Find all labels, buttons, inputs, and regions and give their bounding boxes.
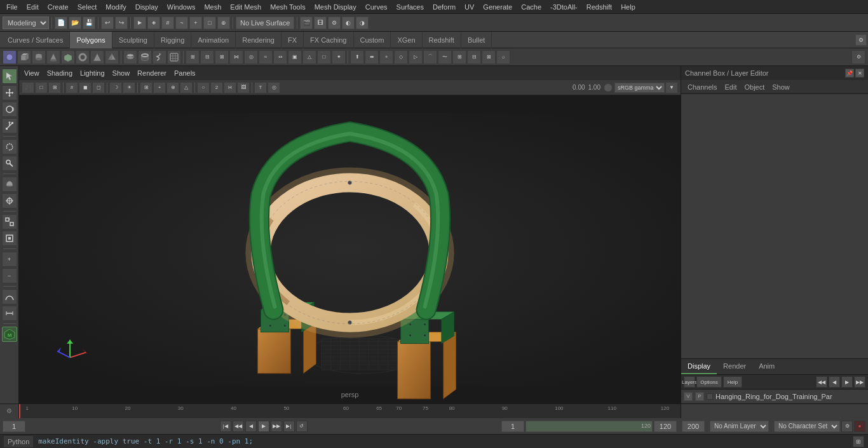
- cube-icon-btn[interactable]: [17, 50, 31, 64]
- color-space-select[interactable]: sRGB gamma: [614, 83, 665, 93]
- quad-icon-btn[interactable]: □: [317, 50, 331, 64]
- playhead[interactable]: [19, 404, 20, 418]
- lighting-none-btn[interactable]: ☽: [109, 82, 122, 93]
- hud-btn[interactable]: H: [224, 82, 236, 93]
- layer-misc-btn[interactable]: ▶▶: [854, 376, 865, 388]
- prism-icon-btn[interactable]: [90, 50, 104, 64]
- end-frame-input[interactable]: [654, 421, 677, 432]
- maya-logo-button[interactable]: M: [2, 327, 17, 342]
- current-frame-input[interactable]: [3, 421, 25, 432]
- menu-3dtoa[interactable]: -3DtoAll-: [546, 2, 581, 12]
- helix-icon-btn[interactable]: [153, 50, 166, 64]
- menu-select[interactable]: Select: [74, 2, 101, 12]
- wireframe-btn[interactable]: #: [65, 82, 78, 93]
- tab-sculpting[interactable]: Sculpting: [112, 32, 154, 48]
- snap-to-grid-button[interactable]: #: [161, 17, 174, 29]
- layer-tab-render[interactable]: Render: [717, 359, 752, 374]
- show-manip-button[interactable]: [2, 193, 17, 208]
- magnet-button[interactable]: ⊕: [217, 17, 230, 29]
- tab-xgen[interactable]: XGen: [391, 32, 422, 48]
- hypershade-button[interactable]: ◑: [356, 17, 369, 29]
- show-grid-btn[interactable]: ⊞: [140, 82, 153, 93]
- cb-menu-channels[interactable]: Channels: [685, 83, 719, 91]
- lighting-all-btn[interactable]: ☀: [123, 82, 135, 93]
- python-button[interactable]: Python: [4, 436, 33, 447]
- film-gate-btn[interactable]: □: [35, 82, 48, 93]
- snap-together-button[interactable]: [2, 214, 17, 229]
- cone-icon-btn[interactable]: [46, 50, 60, 64]
- tab-rigging[interactable]: Rigging: [154, 32, 191, 48]
- select-tool-button[interactable]: [2, 69, 17, 84]
- channel-box-pin-button[interactable]: 📌: [845, 69, 854, 78]
- menu-mesh-display[interactable]: Mesh Display: [311, 2, 360, 12]
- smooth-shading-btn[interactable]: ◼: [79, 82, 92, 93]
- render-seq-button[interactable]: 🎞: [314, 17, 327, 29]
- timeline-settings-btn[interactable]: ⚙: [0, 404, 19, 418]
- rotate-tool-button[interactable]: [2, 102, 17, 117]
- viewport-2-0-btn[interactable]: 2: [210, 82, 223, 93]
- color-space-options-btn[interactable]: ▼: [665, 82, 678, 93]
- pivot-btn[interactable]: ◎: [268, 82, 280, 93]
- pipe-icon-btn[interactable]: [138, 50, 152, 64]
- tab-polygons[interactable]: Polygons: [70, 32, 112, 48]
- menu-surfaces[interactable]: Surfaces: [393, 2, 428, 12]
- layer-options-btn[interactable]: Layers: [684, 376, 695, 388]
- workspace-selector[interactable]: Modeling: [3, 17, 49, 29]
- menu-generate[interactable]: Generate: [479, 2, 516, 12]
- viewport-menu-panels[interactable]: Panels: [174, 69, 196, 77]
- open-file-button[interactable]: 📂: [69, 17, 81, 29]
- new-layer-btn[interactable]: ◀◀: [816, 376, 827, 388]
- crease-icon-btn[interactable]: 〜: [438, 50, 452, 64]
- timeline-ruler[interactable]: 1 10 20 30 40 50 60 65 70 75 80 90 100 1…: [19, 404, 681, 418]
- step-forward-button[interactable]: ▶▶: [271, 421, 282, 432]
- go-to-start-button[interactable]: |◀: [220, 421, 231, 432]
- sphere-icon-btn[interactable]: [3, 50, 17, 64]
- separate-icon-btn[interactable]: ⊟: [200, 50, 214, 64]
- layer-help-btn[interactable]: Help: [723, 376, 742, 388]
- append-icon-btn[interactable]: +: [379, 50, 393, 64]
- insert-edge-icon-btn[interactable]: ⊟: [467, 50, 481, 64]
- show-axis-btn[interactable]: +: [153, 82, 166, 93]
- measurement-button[interactable]: [2, 306, 17, 321]
- layer-tab-anim[interactable]: Anim: [752, 359, 781, 374]
- step-back-button[interactable]: ◀◀: [233, 421, 244, 432]
- project-curve-icon-btn[interactable]: ⌕: [496, 50, 510, 64]
- menu-mesh-tools[interactable]: Mesh Tools: [266, 2, 309, 12]
- show-manipulators-btn[interactable]: ⊕: [166, 82, 179, 93]
- max-frame-input[interactable]: [682, 421, 705, 432]
- plane-icon-btn[interactable]: [61, 50, 75, 64]
- average-icon-btn[interactable]: ≈: [259, 50, 273, 64]
- tab-fx[interactable]: FX: [281, 32, 304, 48]
- show-poly-btn[interactable]: △: [180, 82, 193, 93]
- viewport-scene[interactable]: persp: [19, 95, 681, 404]
- loop-cut-icon-btn[interactable]: ⊞: [452, 50, 466, 64]
- channel-box-close-button[interactable]: ✕: [855, 69, 864, 78]
- torus-icon-btn[interactable]: [76, 50, 90, 64]
- select-by-hierarchy-button[interactable]: ▶: [133, 17, 146, 29]
- undo-button[interactable]: ↩: [101, 17, 114, 29]
- viewport-menu-shading[interactable]: Shading: [47, 69, 72, 77]
- tab-curves-surfaces[interactable]: Curves / Surfaces: [1, 32, 70, 48]
- menu-display[interactable]: Display: [132, 2, 162, 12]
- new-file-button[interactable]: 📄: [55, 17, 67, 29]
- viewport-menu-lighting[interactable]: Lighting: [80, 69, 105, 77]
- script-editor-button[interactable]: ⊞: [853, 436, 864, 447]
- layer-color-swatch[interactable]: [707, 393, 713, 400]
- menu-deform[interactable]: Deform: [429, 2, 459, 12]
- scale-tool-button[interactable]: [2, 118, 17, 133]
- auto-key-btn[interactable]: ●: [854, 421, 865, 432]
- layer-visibility-toggle[interactable]: V: [684, 392, 693, 401]
- new-layer-empty-btn[interactable]: ◀: [829, 376, 840, 388]
- add-div-button[interactable]: +: [2, 252, 17, 267]
- gear-mesh-icon-btn[interactable]: [167, 50, 181, 64]
- lasso-select-button[interactable]: [2, 139, 17, 154]
- toggle-icon-btn[interactable]: ⚙: [851, 50, 865, 64]
- triangulate-icon-btn[interactable]: △: [302, 50, 316, 64]
- loop-button[interactable]: ↺: [296, 421, 308, 432]
- bridge-icon-btn[interactable]: ⬌: [365, 50, 379, 64]
- menu-mesh[interactable]: Mesh: [200, 2, 225, 12]
- tab-rendering[interactable]: Rendering: [236, 32, 281, 48]
- curve-button[interactable]: [2, 289, 17, 304]
- isolate-btn[interactable]: ○: [197, 82, 210, 93]
- delete-layer-btn[interactable]: ▶: [841, 376, 853, 388]
